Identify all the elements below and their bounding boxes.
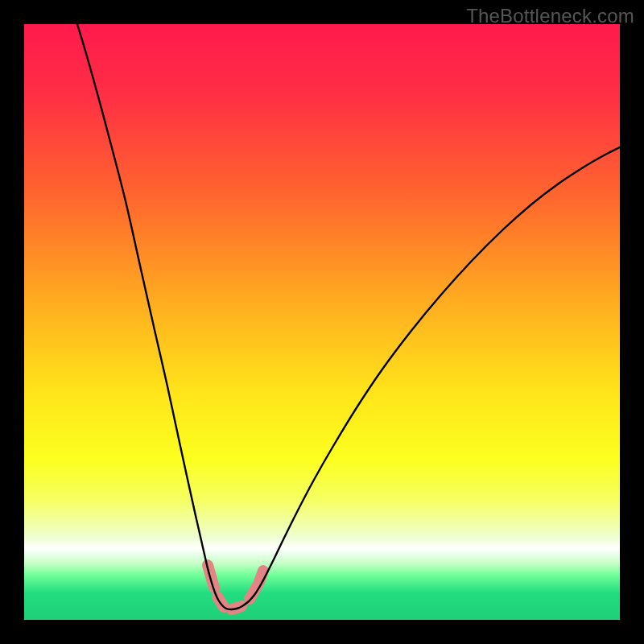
watermark-text: TheBottleneck.com bbox=[466, 5, 634, 27]
bottleneck-chart bbox=[24, 24, 620, 620]
gradient-background bbox=[24, 24, 620, 620]
chart-frame bbox=[24, 24, 620, 620]
